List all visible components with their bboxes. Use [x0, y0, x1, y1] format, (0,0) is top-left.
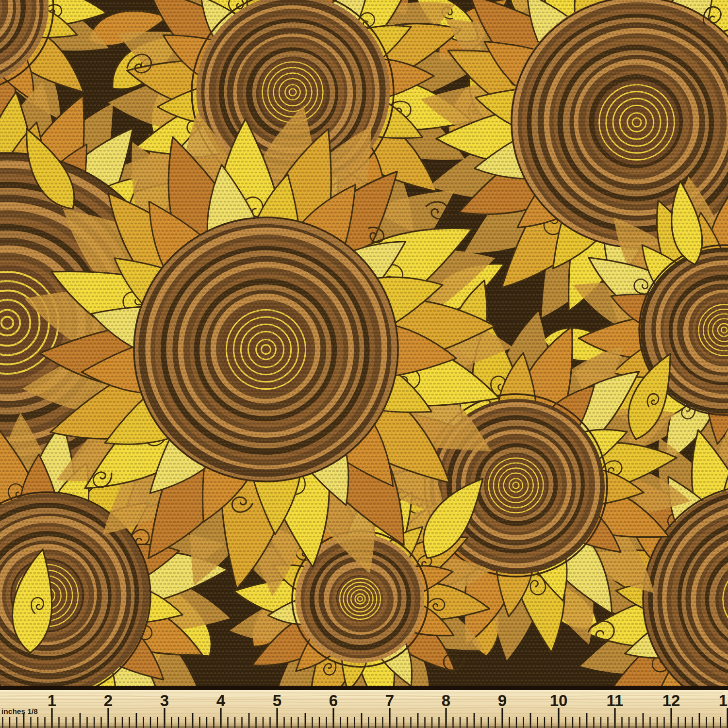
ruler-number: 4 [216, 692, 226, 710]
sunflower-pattern [0, 0, 728, 728]
ruler-number: 6 [329, 692, 338, 710]
ruler-number: 7 [385, 692, 394, 710]
ruler-top-shadow [0, 686, 728, 690]
ruler-number: 11 [607, 692, 624, 710]
fabric-swatch-photo: 12345678910111213inches 1/8 [0, 0, 728, 728]
fabric-print-artwork: 12345678910111213inches 1/8 [0, 0, 728, 728]
ruler-number: 12 [662, 692, 680, 710]
ruler-number: 13 [719, 692, 728, 710]
ruler-number: 2 [104, 692, 113, 710]
weave-texture-light [0, 0, 728, 688]
ruler-number: 9 [498, 692, 507, 710]
ruler-number: 10 [550, 692, 568, 710]
ruler-number: 8 [442, 692, 450, 710]
ruler-unit-label: inches 1/8 [1, 707, 38, 715]
inch-ruler: 12345678910111213inches 1/8 [0, 686, 728, 728]
ruler-number: 3 [160, 692, 169, 710]
ruler-number: 5 [273, 692, 281, 710]
ruler-number: 1 [48, 692, 56, 710]
